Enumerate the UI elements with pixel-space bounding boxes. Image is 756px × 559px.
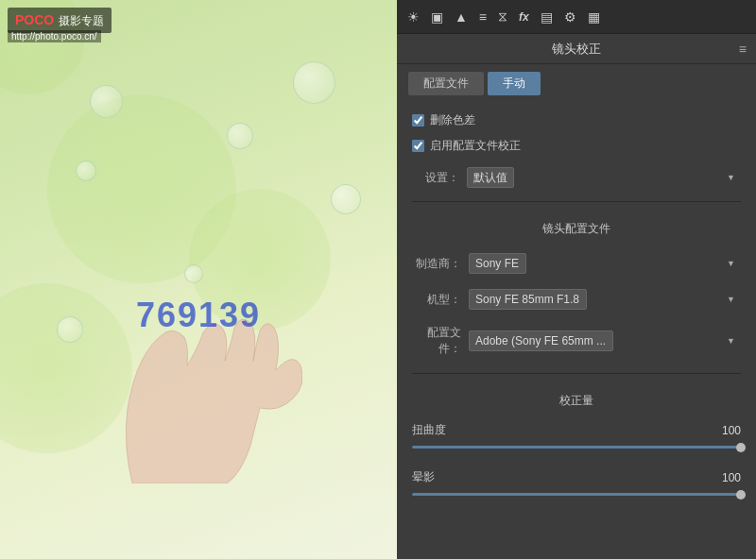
- manufacturer-row: 制造商： Sony FE: [412, 253, 741, 274]
- content-area: 删除色差 启用配置文件校正 设置： 默认值 镜头配置文件 制造商： Sony F…: [397, 103, 756, 559]
- distortion-thumb[interactable]: [736, 443, 746, 452]
- checkbox-remove-ca-label: 删除色差: [430, 112, 475, 128]
- correction-title: 校正量: [412, 393, 741, 409]
- panel-title: 镜头校正: [552, 41, 601, 58]
- model-row: 机型： Sony FE 85mm F1.8: [412, 289, 741, 310]
- right-panel: ☀ ▣ ▲ ≡ ⧖ fx ▤ ⚙ ▦ 镜头校正 ≡ 配置文件 手动 删除色差 启…: [397, 0, 756, 559]
- model-select-wrapper: Sony FE 85mm F1.8: [469, 289, 741, 310]
- toolbar-icon-curve[interactable]: ⧖: [495, 7, 510, 26]
- vignette-row: 晕影 100: [412, 469, 741, 498]
- toolbar-icon-light[interactable]: ☀: [404, 8, 422, 26]
- toolbar-icon-lens[interactable]: ▦: [585, 8, 603, 26]
- checkbox-remove-ca-input[interactable]: [412, 114, 424, 127]
- vignette-label: 晕影: [412, 469, 450, 485]
- panel-menu-icon[interactable]: ≡: [739, 42, 747, 57]
- divider-1: [412, 201, 741, 202]
- poco-text: POCO: [15, 12, 54, 27]
- manufacturer-select-wrapper: Sony FE: [469, 253, 741, 274]
- manufacturer-select[interactable]: Sony FE: [469, 253, 526, 274]
- vignette-fill: [412, 493, 741, 496]
- distortion-fill: [412, 446, 741, 449]
- settings-select[interactable]: 默认值: [467, 167, 514, 188]
- toolbar: ☀ ▣ ▲ ≡ ⧖ fx ▤ ⚙ ▦: [397, 0, 756, 34]
- settings-row: 设置： 默认值: [412, 167, 741, 188]
- checkbox-remove-ca: 删除色差: [412, 112, 741, 128]
- model-label: 机型：: [412, 292, 461, 308]
- distortion-track: [412, 446, 741, 449]
- profile-file-select[interactable]: Adobe (Sony FE 65mm ...: [469, 330, 613, 351]
- vignette-thumb[interactable]: [736, 490, 746, 500]
- distortion-label: 扭曲度: [412, 422, 450, 438]
- model-select[interactable]: Sony FE 85mm F1.8: [469, 289, 587, 310]
- hand-illustration: [57, 219, 302, 483]
- tab-profile[interactable]: 配置文件: [408, 72, 484, 95]
- watermark-logo: POCO 摄影专题: [8, 8, 112, 33]
- toolbar-icon-fx[interactable]: fx: [516, 8, 532, 25]
- vignette-value: 100: [713, 471, 741, 484]
- toolbar-icon-hsl[interactable]: ▤: [538, 8, 556, 26]
- distortion-value: 100: [713, 424, 741, 437]
- photo-image: [0, 0, 397, 559]
- watermark-url: http://photo.poco.cn/: [8, 30, 101, 42]
- toolbar-icon-mountain[interactable]: ▲: [452, 8, 471, 26]
- watermark-title: 摄影专题: [59, 14, 104, 27]
- tab-row: 配置文件 手动: [397, 64, 756, 103]
- tab-manual[interactable]: 手动: [488, 72, 541, 95]
- vignette-track: [412, 493, 741, 496]
- profile-file-select-wrapper: Adobe (Sony FE 65mm ...: [469, 330, 741, 351]
- photo-panel: POCO 摄影专题 http://photo.poco.cn/ 769139: [0, 0, 397, 559]
- profile-file-row: 配置文件： Adobe (Sony FE 65mm ...: [412, 325, 741, 357]
- toolbar-icon-grid[interactable]: ▣: [428, 8, 446, 26]
- settings-label: 设置：: [412, 170, 459, 186]
- checkbox-enable-profile-input[interactable]: [412, 140, 424, 152]
- lens-profile-title: 镜头配置文件: [412, 221, 741, 237]
- divider-2: [412, 373, 741, 374]
- photo-number: 769139: [136, 296, 261, 335]
- manufacturer-label: 制造商：: [412, 256, 461, 272]
- distortion-row: 扭曲度 100: [412, 422, 741, 450]
- checkbox-enable-profile-label: 启用配置文件校正: [430, 138, 521, 154]
- profile-file-label: 配置文件：: [412, 325, 461, 357]
- panel-header: 镜头校正 ≡: [397, 34, 756, 64]
- settings-select-wrapper: 默认值: [467, 167, 741, 188]
- toolbar-icon-lines[interactable]: ≡: [476, 8, 490, 26]
- checkbox-enable-profile: 启用配置文件校正: [412, 138, 741, 154]
- toolbar-icon-detail[interactable]: ⚙: [561, 8, 579, 26]
